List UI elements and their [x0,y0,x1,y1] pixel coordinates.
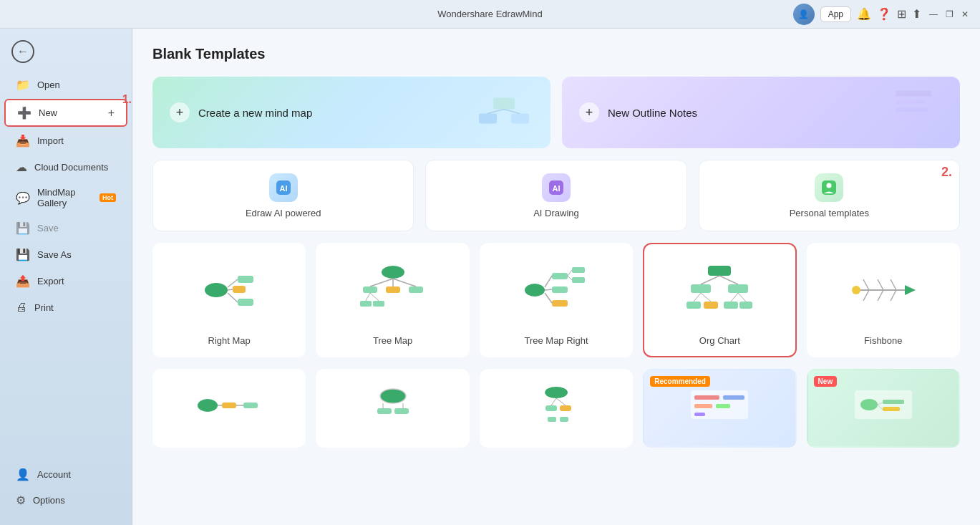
svg-line-3 [487,110,504,114]
avatar[interactable]: 👤 [793,4,815,25]
main-layout: ← 📁 Open ➕ New + 1. 📥 Import ☁ Cloud Doc… [0,29,980,525]
app-button[interactable]: App [820,6,851,22]
sidebar-item-saveas[interactable]: 💾 Save As [4,242,127,267]
sidebar-item-new[interactable]: ➕ New + 1. [4,99,127,127]
svg-line-28 [393,279,416,286]
share-icon[interactable]: ⬆ [912,7,921,21]
sidebar-item-print[interactable]: 🖨 Print [4,295,127,319]
sidebar-item-account[interactable]: 👤 Account [4,462,127,487]
svg-rect-87 [694,404,712,408]
back-button[interactable]: ← [0,34,132,69]
svg-rect-38 [552,300,568,307]
sidebar-item-cloud[interactable]: ☁ Cloud Documents [4,155,127,180]
svg-rect-23 [363,286,377,293]
content-area: Blank Templates + Create a new mind map [132,29,980,525]
svg-line-53 [694,293,701,302]
create-plus-button[interactable]: + [170,102,190,122]
export-label: Export [37,276,64,286]
svg-rect-1 [479,114,497,124]
svg-point-91 [860,399,878,410]
sidebar-item-open[interactable]: 📁 Open [4,72,127,97]
hot-badge: Hot [100,193,116,202]
create-mind-map-label: Create a new mind map [198,107,312,119]
org-chart-label: Org Chart [699,335,740,346]
svg-line-80 [551,398,556,405]
close-button[interactable]: ✕ [959,8,971,21]
template-right-map[interactable]: Right Map [152,243,306,357]
step1-label: 1. [122,93,132,106]
template-tree-map-right[interactable]: Tree Map Right [480,243,633,357]
recommended-badge: Recommended [650,376,710,387]
ai-drawing-card[interactable]: AI AI Drawing [425,160,687,231]
svg-rect-0 [493,98,515,110]
mindmap-icon: 💬 [16,191,30,205]
svg-line-21 [228,293,238,302]
save-label: Save [37,223,59,233]
svg-rect-73 [377,408,392,414]
create-mind-map-card[interactable]: + Create a new mind map [152,77,550,148]
outline-plus-button[interactable]: + [579,102,599,122]
add-icon[interactable]: + [108,107,115,120]
svg-rect-92 [883,400,904,404]
grid-icon[interactable]: ⊞ [897,7,906,21]
ai-icon: AI [269,173,298,202]
svg-line-37 [545,289,552,290]
svg-rect-25 [386,286,400,293]
svg-line-64 [891,290,896,301]
minimize-button[interactable]: — [927,8,940,21]
sidebar-item-export[interactable]: 📤 Export [4,269,127,294]
svg-rect-74 [394,408,409,414]
svg-rect-83 [560,417,568,422]
svg-line-17 [228,289,233,290]
import-label: Import [37,135,64,146]
svg-point-33 [525,284,545,297]
svg-line-62 [863,290,869,301]
window-controls: — ❐ ✕ [927,8,971,21]
sidebar-item-options[interactable]: ⚙ Options [4,488,127,513]
svg-rect-34 [552,273,568,279]
svg-rect-44 [708,266,731,276]
sidebar-item-import[interactable]: 📥 Import [4,128,127,153]
svg-rect-27 [409,286,423,293]
template-fishbone[interactable]: Fishbone [807,243,960,357]
svg-line-4 [504,110,520,114]
options-icon: ⚙ [16,493,26,507]
titlebar-controls: 👤 App 🔔 ❓ ⊞ ⬆ — ❐ ✕ [793,4,971,25]
sidebar-item-mindmap[interactable]: 💬 MindMap Gallery Hot [4,181,127,214]
notification-icon[interactable]: 🔔 [857,7,871,21]
help-icon[interactable]: ❓ [877,7,891,21]
svg-line-41 [568,270,572,276]
svg-rect-2 [511,114,529,124]
template-org-chart[interactable]: Org Chart [643,243,796,357]
timeline1-diagram [154,370,304,439]
svg-line-54 [701,293,711,302]
personal-icon [815,173,843,202]
svg-rect-88 [716,404,730,408]
template-recommended[interactable]: Recommended [643,369,796,448]
template-timeline1[interactable] [152,369,306,448]
options-label: Options [33,495,65,506]
edraw-ai-card[interactable]: AI Edraw AI powered [152,160,414,231]
svg-line-81 [556,398,566,405]
maximize-button[interactable]: ❐ [943,8,956,21]
mind-map-decoration [472,84,536,142]
svg-line-59 [863,279,869,290]
template-timeline3[interactable] [480,369,633,448]
tree-map-right-diagram [481,244,631,335]
svg-point-15 [205,283,228,297]
template-new[interactable]: New [807,369,960,448]
svg-line-61 [891,279,896,290]
svg-rect-49 [687,302,701,309]
sidebar-item-save[interactable]: 💾 Save [4,216,127,241]
svg-rect-36 [552,286,568,293]
personal-templates-card[interactable]: Personal templates 2. [699,160,960,231]
svg-point-66 [198,399,218,412]
new-outline-card[interactable]: + New Outline Notes [562,77,960,148]
export-icon: 📤 [16,274,30,288]
template-timeline2[interactable] [316,369,469,448]
save-icon: 💾 [16,221,30,235]
new-badge: New [814,376,838,387]
svg-line-55 [731,293,738,302]
template-tree-map[interactable]: Tree Map [316,243,469,357]
cloud-icon: ☁ [16,160,27,174]
